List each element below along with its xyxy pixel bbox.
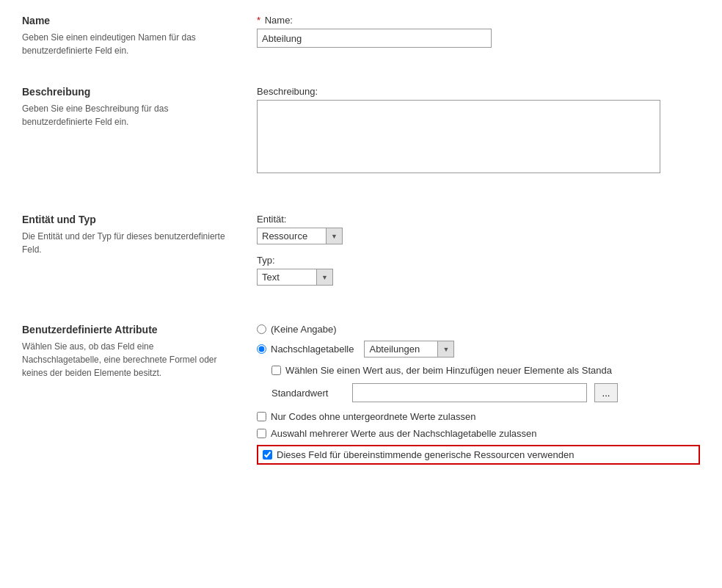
lookup-select-arrow[interactable]: ▼ bbox=[437, 341, 453, 357]
checkbox-nur-codes-label: Nur Codes ohne untergeordnete Werte zula… bbox=[271, 411, 475, 422]
type-field-group: Typ: Text ▼ bbox=[257, 255, 700, 286]
description-fields: Beschreibung: bbox=[257, 86, 700, 186]
entity-field-label: Entität: bbox=[257, 214, 700, 225]
entity-field-group: Entität: Ressource ▼ bbox=[257, 214, 700, 244]
radio-none-label: (Keine Angabe) bbox=[271, 324, 337, 335]
entity-type-section-text: Die Entität und der Typ für dieses benut… bbox=[22, 230, 235, 256]
description-textarea[interactable] bbox=[257, 100, 660, 173]
checkbox-auswahl-label: Auswahl mehrerer Werte aus der Nachschla… bbox=[271, 428, 537, 439]
name-description: Name Geben Sie einen eindeutigen Namen f… bbox=[22, 15, 257, 58]
description-field-group: Beschreibung: bbox=[257, 86, 700, 175]
custom-attributes-title: Benutzerdefinierte Attribute bbox=[22, 324, 235, 335]
radio-none-row: (Keine Angabe) bbox=[257, 324, 700, 335]
description-section-title: Beschreibung bbox=[22, 86, 235, 98]
radio-none[interactable] bbox=[257, 324, 266, 334]
description-field-label: Beschreibung: bbox=[257, 86, 700, 97]
type-select-wrapper: Text ▼ bbox=[257, 269, 333, 286]
lookup-select-wrapper: Abteilungen ▼ bbox=[364, 341, 454, 357]
name-field-label: * Name: bbox=[257, 15, 700, 26]
name-section-title: Name bbox=[22, 15, 235, 26]
checkbox-auswahl[interactable] bbox=[257, 429, 266, 438]
entity-select-arrow[interactable]: ▼ bbox=[326, 228, 342, 244]
custom-attributes-section: Benutzerdefinierte Attribute Wählen Sie … bbox=[22, 324, 700, 472]
radio-lookup[interactable] bbox=[257, 344, 266, 354]
description-section-desc: Beschreibung Geben Sie eine Beschreibung… bbox=[22, 86, 257, 186]
checkbox-dieses-feld[interactable] bbox=[263, 450, 272, 460]
required-star: * bbox=[257, 15, 260, 26]
entity-type-section-title: Entität und Typ bbox=[22, 214, 235, 225]
waehlen-checkbox[interactable] bbox=[271, 366, 281, 375]
standardwert-label: Standardwert bbox=[271, 388, 345, 399]
description-section-text: Geben Sie eine Beschreibung für das benu… bbox=[22, 102, 235, 128]
radio-lookup-row: Nachschlagetabelle Abteilungen ▼ bbox=[257, 341, 700, 357]
ellipsis-button[interactable]: ... bbox=[594, 383, 618, 402]
name-field-group: * Name: bbox=[257, 15, 700, 48]
waehlen-label: Wählen Sie einen Wert aus, der beim Hinz… bbox=[285, 365, 612, 376]
name-section-text: Geben Sie einen eindeutigen Namen für da… bbox=[22, 31, 235, 57]
entity-select-wrapper: Ressource ▼ bbox=[257, 228, 343, 244]
standardwert-row: Standardwert ... bbox=[271, 383, 700, 402]
type-select-arrow[interactable]: ▼ bbox=[316, 269, 332, 285]
standardwert-input[interactable] bbox=[352, 383, 587, 402]
entity-type-section-desc: Entität und Typ Die Entität und der Typ … bbox=[22, 214, 257, 296]
lookup-select[interactable]: Abteilungen bbox=[365, 341, 437, 357]
checkbox-auswahl-row: Auswahl mehrerer Werte aus der Nachschla… bbox=[257, 428, 700, 439]
checkbox-group: Nur Codes ohne untergeordnete Werte zula… bbox=[257, 411, 700, 465]
custom-attributes-desc: Benutzerdefinierte Attribute Wählen Sie … bbox=[22, 324, 257, 465]
checkbox-dieses-feld-label: Dieses Feld für übereinstimmende generis… bbox=[277, 449, 574, 460]
radio-lookup-label: Nachschlagetabelle bbox=[271, 344, 354, 355]
custom-attributes-fields: (Keine Angabe) Nachschlagetabelle Abteil… bbox=[257, 324, 700, 465]
type-field-label: Typ: bbox=[257, 255, 700, 266]
checkbox-nur-codes[interactable] bbox=[257, 412, 266, 421]
page-container: Name Geben Sie einen eindeutigen Namen f… bbox=[0, 0, 722, 507]
waehlen-checkbox-row: Wählen Sie einen Wert aus, der beim Hinz… bbox=[271, 365, 700, 376]
checkbox-dieses-feld-highlighted-row: Dieses Feld für übereinstimmende generis… bbox=[257, 445, 700, 465]
entity-type-section: Entität und Typ Die Entität und der Typ … bbox=[22, 214, 700, 303]
custom-attributes-text: Wählen Sie aus, ob das Feld eine Nachsch… bbox=[22, 340, 235, 380]
checkbox-nur-codes-row: Nur Codes ohne untergeordnete Werte zula… bbox=[257, 411, 700, 422]
type-select[interactable]: Text bbox=[258, 269, 316, 285]
entity-type-fields: Entität: Ressource ▼ Typ: Text ▼ bbox=[257, 214, 700, 296]
name-fields: * Name: bbox=[257, 15, 700, 58]
name-input[interactable] bbox=[257, 29, 492, 48]
entity-select[interactable]: Ressource bbox=[258, 228, 326, 244]
description-section: Beschreibung Geben Sie eine Beschreibung… bbox=[22, 86, 700, 193]
name-section: Name Geben Sie einen eindeutigen Namen f… bbox=[22, 15, 700, 65]
